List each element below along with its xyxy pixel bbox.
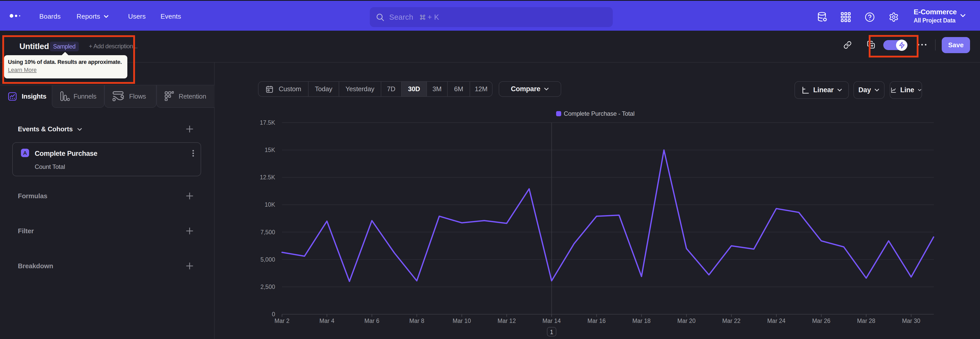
svg-text:Mar 22: Mar 22 bbox=[722, 318, 741, 324]
svg-text:Mar 6: Mar 6 bbox=[364, 318, 380, 324]
svg-text:Mar 4: Mar 4 bbox=[320, 318, 334, 324]
svg-text:15K: 15K bbox=[265, 147, 275, 153]
svg-text:0: 0 bbox=[272, 311, 275, 318]
svg-text:Mar 2: Mar 2 bbox=[275, 318, 290, 324]
svg-text:17.5K: 17.5K bbox=[260, 119, 275, 126]
svg-text:Mar 8: Mar 8 bbox=[409, 318, 425, 324]
svg-text:Mar 10: Mar 10 bbox=[453, 318, 471, 324]
svg-text:Mar 12: Mar 12 bbox=[498, 318, 516, 324]
svg-text:Mar 20: Mar 20 bbox=[677, 318, 696, 324]
svg-text:5,000: 5,000 bbox=[260, 256, 275, 263]
svg-text:2,500: 2,500 bbox=[260, 283, 275, 290]
svg-text:Mar 30: Mar 30 bbox=[902, 318, 920, 324]
svg-text:Mar 16: Mar 16 bbox=[587, 318, 606, 324]
svg-text:12.5K: 12.5K bbox=[260, 174, 275, 181]
svg-text:Mar 26: Mar 26 bbox=[812, 318, 830, 324]
svg-text:10K: 10K bbox=[265, 201, 275, 208]
svg-text:Mar 14: Mar 14 bbox=[542, 318, 561, 324]
svg-text:7,500: 7,500 bbox=[260, 229, 275, 235]
svg-text:Mar 24: Mar 24 bbox=[767, 318, 786, 324]
svg-text:Mar 18: Mar 18 bbox=[632, 318, 651, 324]
svg-text:Mar 28: Mar 28 bbox=[857, 318, 875, 324]
